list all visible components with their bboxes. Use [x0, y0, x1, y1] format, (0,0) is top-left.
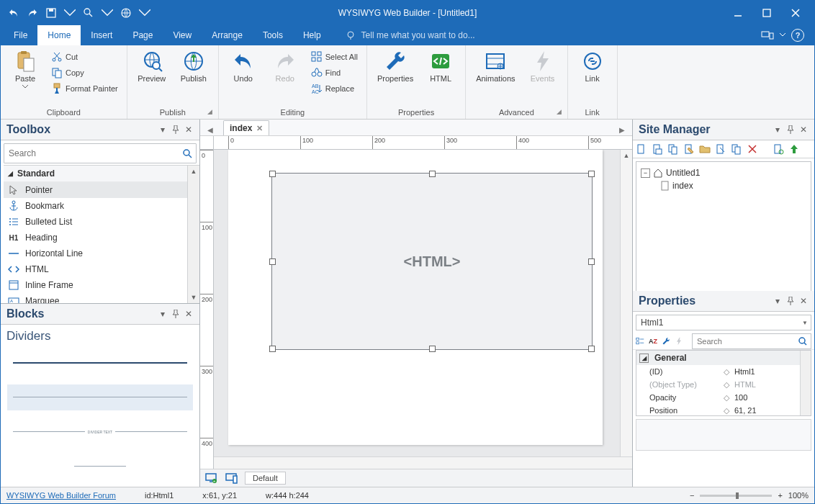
clone-page-icon[interactable] — [667, 143, 679, 155]
resize-handle[interactable] — [269, 171, 276, 177]
maximize-button[interactable] — [758, 4, 775, 22]
menu-file[interactable]: File — [4, 25, 37, 45]
property-category[interactable]: ◢General — [636, 351, 811, 365]
refresh-icon[interactable] — [773, 143, 784, 155]
resize-handle[interactable] — [269, 346, 276, 352]
zoom-out-button[interactable]: − — [690, 491, 694, 500]
preview-icon[interactable] — [81, 6, 96, 20]
properties-search-input[interactable] — [695, 336, 798, 346]
panel-menu-icon[interactable]: ▾ — [158, 125, 168, 135]
delete-page-icon[interactable] — [747, 143, 758, 155]
search-icon[interactable] — [179, 148, 196, 158]
collapse-icon[interactable]: − — [641, 168, 650, 178]
help-icon[interactable]: ? — [791, 29, 804, 42]
tree-root[interactable]: −Untitled1 — [641, 166, 806, 179]
save-icon[interactable] — [44, 6, 58, 20]
zoom-slider[interactable] — [700, 495, 772, 497]
document-tab[interactable]: index✕ — [223, 120, 269, 135]
chevron-down-icon[interactable] — [780, 33, 785, 37]
events-button[interactable]: Events — [524, 48, 562, 84]
zoom-in-button[interactable]: + — [778, 491, 782, 500]
html-object[interactable]: <HTML> — [271, 173, 593, 350]
properties-search[interactable] — [692, 333, 811, 349]
toolbox-item-inline-frame[interactable]: Inline Frame — [4, 277, 199, 293]
paste-button[interactable]: Paste — [6, 48, 44, 89]
folder-icon[interactable] — [699, 143, 711, 155]
toolbox-item-marquee[interactable]: AMarquee — [4, 293, 199, 303]
menu-page[interactable]: Page — [122, 25, 163, 45]
publish-icon[interactable] — [119, 6, 133, 20]
page-surface[interactable]: <HTML> — [228, 150, 603, 445]
redo-icon[interactable] — [25, 6, 40, 20]
breakpoint-tab[interactable]: Default — [245, 472, 286, 485]
menu-help[interactable]: Help — [293, 25, 331, 45]
preview-dropdown-icon[interactable] — [100, 6, 114, 20]
publish-button[interactable]: Publish — [175, 48, 212, 84]
dialog-launcher-icon[interactable]: ◢ — [207, 108, 212, 115]
canvas-vscrollbar[interactable]: ▲▼ — [620, 150, 632, 469]
menu-tools[interactable]: Tools — [253, 25, 293, 45]
tree-page[interactable]: index — [641, 179, 806, 192]
tab-scroll-left[interactable]: ◀ — [204, 124, 216, 135]
cut-button[interactable]: Cut — [48, 50, 121, 64]
tab-scroll-right[interactable]: ▶ — [616, 124, 628, 135]
resize-handle[interactable] — [588, 258, 595, 265]
property-row[interactable]: Opacity◇100 — [636, 391, 811, 404]
block-thumb[interactable] — [6, 384, 194, 411]
desktop-view-icon[interactable]: + — [204, 472, 217, 485]
publish-dropdown-icon[interactable] — [138, 6, 152, 20]
pin-icon[interactable] — [785, 125, 796, 135]
copy-button[interactable]: Copy — [48, 66, 121, 80]
property-scrollbar[interactable] — [800, 351, 811, 415]
object-selector[interactable]: Html1▼ — [636, 315, 811, 330]
toolbox-item-html[interactable]: HTML — [4, 261, 199, 277]
toolbox-item-horizontal-line[interactable]: Horizontal Line — [4, 246, 199, 261]
edit-page-icon[interactable] — [683, 143, 695, 155]
menu-arrange[interactable]: Arrange — [202, 25, 253, 45]
forum-link[interactable]: WYSIWYG Web Builder Forum — [6, 491, 116, 500]
property-row[interactable]: Position◇61, 21 — [636, 404, 811, 416]
resize-handle[interactable] — [429, 346, 436, 352]
block-thumb[interactable]: DIVIDER TEXT — [6, 418, 194, 446]
page-properties-icon[interactable] — [715, 143, 726, 155]
animations-button[interactable]: Animations — [472, 48, 519, 84]
canvas[interactable]: <HTML> ▲▼ — [214, 150, 632, 469]
new-page-icon[interactable] — [652, 143, 663, 155]
toolbox-category[interactable]: ◢Standard — [4, 166, 199, 182]
menu-home[interactable]: Home — [37, 25, 81, 45]
mobile-view-icon[interactable] — [225, 472, 238, 485]
events-icon[interactable] — [675, 336, 683, 347]
save-dropdown-icon[interactable] — [63, 6, 77, 20]
property-row[interactable]: (ID)◇Html1 — [636, 365, 811, 378]
close-icon[interactable]: ✕ — [798, 125, 809, 135]
resize-handle[interactable] — [269, 258, 276, 265]
up-arrow-icon[interactable] — [788, 143, 800, 155]
toolbox-search[interactable] — [4, 143, 197, 163]
panel-menu-icon[interactable]: ▾ — [158, 309, 168, 319]
minimize-button[interactable] — [729, 4, 747, 22]
format-painter-button[interactable]: Format Painter — [48, 81, 121, 96]
properties-button[interactable]: Properties — [373, 48, 418, 84]
block-thumb[interactable] — [6, 349, 194, 377]
toolbox-item-heading[interactable]: H1Heading — [4, 230, 199, 246]
html-button[interactable]: HTML — [422, 48, 459, 84]
undo-button[interactable]: Undo — [225, 48, 262, 84]
panel-menu-icon[interactable]: ▾ — [773, 125, 783, 135]
close-icon[interactable]: ✕ — [184, 309, 194, 319]
pin-icon[interactable] — [785, 296, 796, 306]
screens-icon[interactable] — [761, 30, 774, 40]
redo-button[interactable]: Redo — [266, 48, 304, 84]
replace-button[interactable]: ABACReplace — [308, 81, 361, 96]
categorized-icon[interactable] — [636, 336, 644, 347]
toolbox-scrollbar[interactable]: ▲▼ — [187, 166, 199, 303]
close-button[interactable] — [787, 4, 804, 22]
link-button[interactable]: Link — [574, 48, 611, 84]
pin-icon[interactable] — [171, 125, 181, 135]
block-thumb[interactable] — [6, 453, 194, 480]
toolbox-item-pointer[interactable]: Pointer — [4, 182, 199, 198]
close-icon[interactable]: ✕ — [798, 296, 809, 306]
resize-handle[interactable] — [588, 346, 595, 352]
new-page-icon[interactable] — [636, 143, 647, 155]
pin-icon[interactable] — [171, 309, 181, 319]
close-tab-icon[interactable]: ✕ — [256, 124, 263, 133]
